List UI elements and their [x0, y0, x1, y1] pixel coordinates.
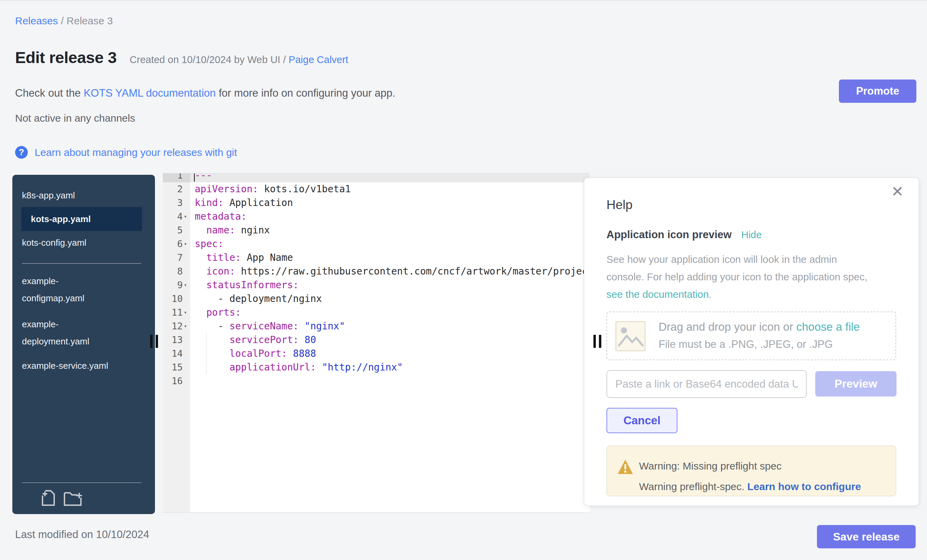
code-line-3[interactable]: 3kind: Application: [163, 196, 590, 210]
code-content: statusInformers:: [190, 278, 590, 292]
line-number: 6▾: [163, 237, 190, 251]
code-line-7[interactable]: 7 title: App Name: [163, 251, 590, 264]
line-number: 16: [163, 374, 190, 388]
code-line-13[interactable]: 13 servicePort: 80: [163, 333, 590, 347]
breadcrumb-separator: /: [58, 15, 67, 26]
sidebar-file-example-service.yaml[interactable]: example-service.yaml: [12, 359, 155, 373]
file-label: example-: [22, 272, 141, 290]
code-line-6[interactable]: 6▾spec:: [163, 237, 590, 251]
sidebar-resize-handle[interactable]: [150, 335, 159, 348]
code-content: applicationUrl: "http://nginx": [190, 361, 590, 374]
code-line-14[interactable]: 14 localPort: 8888: [163, 347, 590, 361]
code-content: - serviceName: "nginx": [190, 319, 590, 333]
new-file-icon[interactable]: [41, 489, 55, 507]
breadcrumb-releases-link[interactable]: Releases: [15, 15, 58, 26]
icon-preview-heading: Application icon preview: [606, 229, 732, 241]
code-content: ---: [190, 173, 590, 182]
sidebar-file-example-deployment.yaml[interactable]: example-deployment.yaml: [12, 316, 155, 350]
line-number: 2: [163, 182, 190, 196]
new-folder-icon[interactable]: [63, 489, 82, 507]
line-number: 7: [163, 251, 190, 264]
code-line-4[interactable]: 4▾metadata:: [163, 210, 590, 223]
sidebar-file-kots-app.yaml[interactable]: kots-app.yaml: [21, 207, 142, 231]
code-line-12[interactable]: 12▾ - serviceName: "nginx": [163, 319, 590, 333]
last-modified: Last modified on 10/10/2024: [15, 528, 149, 541]
sidebar-bottom: [12, 483, 155, 514]
line-number: 9▾: [163, 278, 190, 292]
fold-arrow-icon[interactable]: ▾: [183, 237, 190, 251]
code-line-10[interactable]: 10 - deployment/nginx: [163, 292, 590, 306]
code-content: [190, 374, 590, 388]
sidebar-divider: [22, 263, 141, 264]
text-cursor: [194, 173, 195, 182]
channel-status: Not active in any channels: [15, 112, 135, 124]
hide-link[interactable]: Hide: [741, 229, 762, 241]
choose-file-link[interactable]: choose a file: [796, 320, 860, 333]
sidebar-file-kots-config.yaml[interactable]: kots-config.yaml: [12, 236, 155, 249]
page-title: Edit release 3: [15, 48, 117, 67]
code-lines: 1---2apiVersion: kots.io/v1beta13kind: A…: [163, 173, 590, 388]
git-help-link[interactable]: ? Learn about managing your releases wit…: [15, 146, 237, 159]
warning-title: Warning: Missing preflight spec: [639, 460, 782, 472]
cancel-button[interactable]: Cancel: [606, 408, 678, 433]
code-content: name: nginx: [190, 223, 590, 237]
line-number: 15: [163, 361, 190, 374]
learn-configure-link[interactable]: Learn how to configure: [748, 481, 861, 492]
code-line-11[interactable]: 11▾ ports:: [163, 306, 590, 319]
line-number: 10: [163, 292, 190, 306]
code-line-15[interactable]: 15 applicationUrl: "http://nginx": [163, 361, 590, 374]
created-info: Created on 10/10/2024 by Web UI / Paige …: [129, 54, 348, 65]
close-icon[interactable]: ✕: [891, 184, 904, 199]
line-number: 12▾: [163, 319, 190, 333]
code-content: icon: https://raw.githubusercontent.com/…: [190, 264, 590, 278]
fold-arrow-icon[interactable]: ▾: [183, 306, 190, 319]
code-content: ports:: [190, 306, 590, 319]
title-row: Edit release 3 Created on 10/10/2024 by …: [15, 48, 348, 67]
fold-arrow-icon[interactable]: ▾: [183, 319, 190, 333]
file-label: kots-config.yaml: [22, 236, 141, 249]
sidebar-file-k8s-app.yaml[interactable]: k8s-app.yaml: [12, 188, 155, 202]
icon-url-input[interactable]: [606, 370, 807, 398]
preview-button[interactable]: Preview: [815, 371, 897, 396]
save-release-button[interactable]: Save release: [817, 525, 916, 548]
author-link[interactable]: Paige Calvert: [289, 54, 348, 65]
fold-arrow-icon[interactable]: ▾: [183, 210, 190, 223]
file-label: example-service.yaml: [22, 359, 141, 373]
warning-triangle-icon: [617, 459, 634, 475]
code-content: title: App Name: [190, 251, 590, 264]
file-label: example-: [22, 316, 141, 333]
line-number: 11▾: [163, 306, 190, 319]
code-line-16[interactable]: 16: [163, 374, 590, 388]
dropzone-text: Drag and drop your icon or choose a file: [658, 320, 860, 334]
yaml-editor[interactable]: 1---2apiVersion: kots.io/v1beta13kind: A…: [163, 173, 590, 513]
icon-preview-description: See how your application icon will look …: [606, 250, 867, 303]
code-content: servicePort: 80: [190, 333, 590, 347]
kots-yaml-docs-link[interactable]: KOTS YAML documentation: [84, 87, 216, 99]
code-content: spec:: [190, 237, 590, 251]
see-documentation-link[interactable]: see the documentation: [606, 288, 709, 300]
code-line-1[interactable]: 1---: [163, 173, 590, 182]
icon-dropzone[interactable]: Drag and drop your icon or choose a file…: [606, 311, 896, 360]
git-help-label: Learn about managing your releases with …: [35, 147, 237, 158]
file-label: configmap.yaml: [22, 290, 141, 307]
promote-button[interactable]: Promote: [839, 79, 916, 103]
help-panel: ✕ Help Application icon preview Hide See…: [584, 178, 919, 506]
breadcrumb-current: Release 3: [67, 15, 113, 26]
fold-arrow-icon[interactable]: ▾: [183, 278, 190, 292]
docs-line: Check out the KOTS YAML documentation fo…: [15, 87, 395, 99]
code-content: metadata:: [190, 210, 590, 223]
line-number: 8: [163, 264, 190, 278]
code-line-2[interactable]: 2apiVersion: kots.io/v1beta1: [163, 182, 590, 196]
line-number: 4▾: [163, 210, 190, 223]
code-line-5[interactable]: 5 name: nginx: [163, 223, 590, 237]
code-line-8[interactable]: 8 icon: https://raw.githubusercontent.co…: [163, 264, 590, 278]
code-content: localPort: 8888: [190, 347, 590, 361]
code-content: - deployment/nginx: [190, 292, 590, 306]
code-line-9[interactable]: 9▾ statusInformers:: [163, 278, 590, 292]
help-panel-resize-handle[interactable]: [593, 335, 602, 348]
file-sidebar: k8s-app.yamlkots-app.yamlkots-config.yam…: [12, 175, 155, 514]
help-panel-title: Help: [606, 198, 632, 212]
preflight-warning: Warning: Missing preflight spec Warning …: [606, 446, 896, 496]
sidebar-file-example-configmap.yaml[interactable]: example-configmap.yaml: [12, 272, 155, 307]
line-number: 5: [163, 223, 190, 237]
